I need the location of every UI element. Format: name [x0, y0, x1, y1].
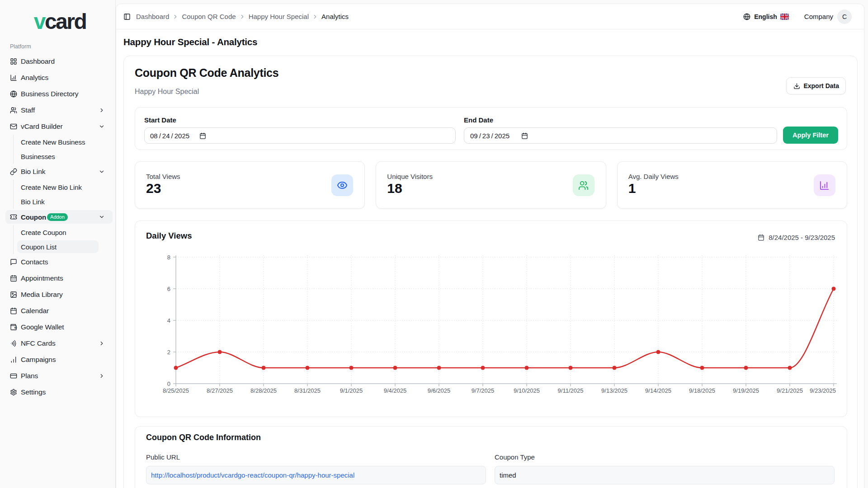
- svg-text:9/19/2025: 9/19/2025: [733, 387, 759, 394]
- svg-text:9/18/2025: 9/18/2025: [689, 387, 715, 394]
- svg-text:8/25/2025: 8/25/2025: [163, 387, 189, 394]
- svg-text:9/14/2025: 9/14/2025: [645, 387, 671, 394]
- svg-text:8/28/2025: 8/28/2025: [250, 387, 277, 394]
- svg-text:9/21/2025: 9/21/2025: [777, 387, 803, 394]
- svg-text:0: 0: [167, 380, 170, 387]
- svg-text:9/13/2025: 9/13/2025: [601, 387, 627, 394]
- svg-text:9/6/2025: 9/6/2025: [428, 387, 451, 394]
- svg-text:9/7/2025: 9/7/2025: [472, 387, 495, 394]
- svg-text:2: 2: [167, 349, 170, 356]
- svg-text:8: 8: [167, 254, 170, 261]
- svg-text:9/4/2025: 9/4/2025: [384, 387, 407, 394]
- svg-text:8/31/2025: 8/31/2025: [294, 387, 321, 394]
- svg-text:9/1/2025: 9/1/2025: [340, 387, 363, 394]
- svg-text:6: 6: [167, 286, 170, 292]
- svg-text:9/10/2025: 9/10/2025: [514, 387, 540, 394]
- svg-text:9/11/2025: 9/11/2025: [558, 387, 584, 394]
- svg-text:8/27/2025: 8/27/2025: [207, 387, 233, 394]
- svg-text:9/23/2025: 9/23/2025: [810, 387, 836, 394]
- svg-text:4: 4: [167, 317, 170, 324]
